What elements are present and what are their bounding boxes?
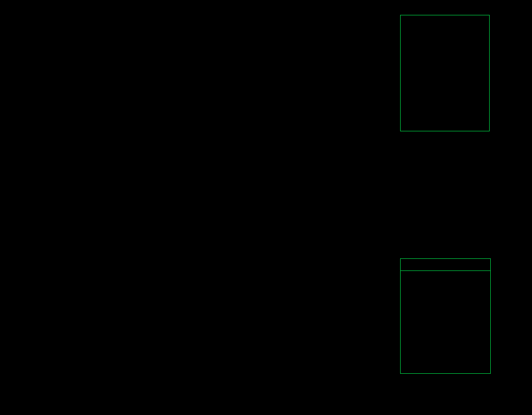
ionogram-bottom-plot-with-profile xyxy=(0,247,401,415)
thumbnail-original-ionogram xyxy=(19,181,158,237)
autoscala-output-table xyxy=(400,15,490,131)
autoscala-screen xyxy=(0,0,532,415)
autoscala-header xyxy=(401,15,489,29)
thumbnail-evidence-f2-trace xyxy=(352,181,491,237)
thumbnail-eliminate-reflections xyxy=(186,181,324,237)
aip-output-table xyxy=(400,258,491,374)
autoscala-rows xyxy=(401,29,489,131)
aip-header xyxy=(401,259,490,271)
ionogram-top-plot xyxy=(0,11,401,176)
